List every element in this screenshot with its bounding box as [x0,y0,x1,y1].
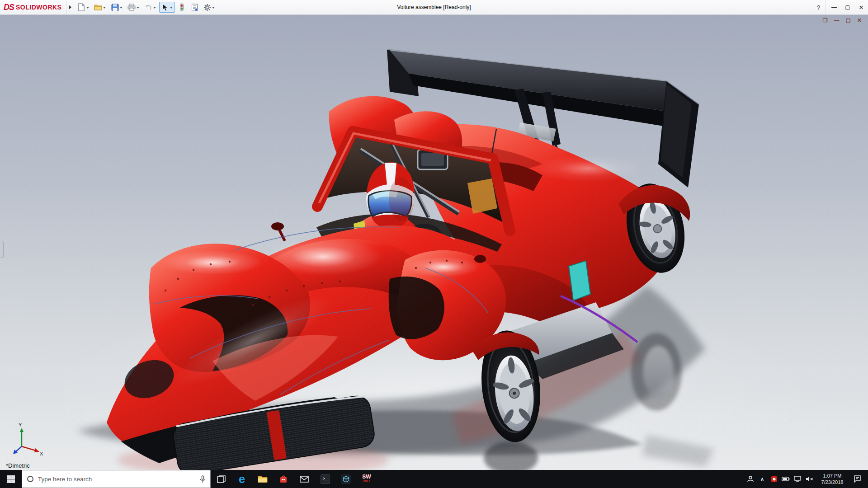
tray-overflow-button[interactable]: ∧ [756,470,768,488]
taskbar-apps: e >_ [211,470,377,488]
dropdown-arrow-icon [212,7,215,9]
command-prompt-icon: >_ [321,474,330,484]
task-view-button[interactable] [211,470,231,488]
viewport-canvas[interactable] [0,15,868,470]
print-icon [127,3,136,12]
maximize-button[interactable]: ▢ [841,0,854,14]
options-button[interactable] [201,2,217,13]
windows-taskbar: e >_ [0,470,868,488]
clock-date: 7/23/2018 [821,479,844,485]
open-button[interactable] [92,2,108,13]
save-floppy-icon [110,3,119,12]
print-button[interactable] [126,2,142,13]
rebuild-button[interactable] [176,2,188,13]
panel-collapse-tab[interactable] [0,241,4,258]
volume-button[interactable] [803,470,815,488]
clock-time: 1:07 PM [823,473,842,479]
window-controls: ? — ▢ ✕ [812,0,868,14]
system-tray: ∧ [745,470,868,488]
mail-button[interactable] [294,470,315,488]
battery-icon [782,477,790,481]
dropdown-arrow-icon [153,7,156,9]
screen: DS SOLIDWORKS [0,0,868,488]
3d-viewer-icon [341,474,351,484]
solidworks-tray-icon [771,476,778,483]
command-prompt-button[interactable]: >_ [315,470,335,488]
microphone-icon[interactable] [200,475,206,483]
document-window-controls: ❐ — ▢ ✕ [823,17,862,23]
action-center-button[interactable] [849,470,865,488]
select-arrow-icon [160,3,170,12]
window-title: Voiture assemblee [Read-only] [397,4,471,10]
dropdown-arrow-icon [137,7,139,9]
doc-minimize-icon[interactable]: — [834,17,840,23]
display-icon [794,476,801,482]
battery-button[interactable] [780,470,792,488]
right-mirror [474,255,486,263]
select-tool-button[interactable] [159,2,175,13]
undo-button[interactable] [142,2,158,13]
action-center-icon [854,475,861,483]
titlebar: DS SOLIDWORKS [0,0,868,15]
people-icon [747,475,754,483]
volume-muted-icon [806,476,813,482]
quick-toolbar [75,2,217,13]
people-button[interactable] [745,470,756,488]
options-gear-icon [203,3,212,12]
triad-x-label: X [40,451,43,456]
save-button[interactable] [109,2,125,13]
3d-viewer-button[interactable] [335,470,356,488]
dropdown-arrow-icon [86,7,89,9]
doc-restore-icon[interactable]: ❐ [823,17,828,23]
help-button[interactable]: ? [812,0,826,14]
doc-close-icon[interactable]: ✕ [857,17,862,23]
file-properties-button[interactable] [189,2,200,13]
triad-y-label: Y [19,422,22,427]
viewport-3d[interactable]: ❐ — ▢ ✕ Y X *Dimetric [0,15,868,470]
solidworks-tray-button[interactable] [768,470,780,488]
minimize-button[interactable]: — [827,0,841,14]
orientation-triad: Y X [8,422,46,460]
edge-icon: e [239,474,245,485]
file-explorer-button[interactable] [252,470,273,488]
file-explorer-icon [258,475,268,483]
chevron-up-icon: ∧ [760,476,764,482]
solidworks-logo: DS SOLIDWORKS [0,0,66,14]
doc-maximize-icon[interactable]: ▢ [846,17,851,23]
show-desktop-button[interactable] [865,470,868,488]
start-button[interactable] [0,470,22,488]
store-bag-icon [279,475,288,483]
solidworks-app-button[interactable]: SW 2017 [356,470,377,488]
left-mirror [271,222,284,230]
taskbar-search[interactable] [22,470,211,488]
store-button[interactable] [273,470,294,488]
file-properties-icon [190,3,199,12]
taskbar-clock[interactable]: 1:07 PM 7/23/2018 [815,470,849,488]
solidworks-wordmark: SOLIDWORKS [16,4,61,11]
open-folder-icon [94,3,103,12]
solidworks-app-icon: SW 2017 [362,474,371,483]
display-button[interactable] [792,470,803,488]
new-document-icon [77,3,86,12]
toolbar-expand-arrow-icon[interactable] [66,5,75,9]
new-document-button[interactable] [75,2,91,13]
view-orientation-label: *Dimetric [6,462,30,469]
search-input[interactable] [38,476,196,483]
cortana-icon [27,475,34,483]
edge-button[interactable]: e [231,470,252,488]
task-view-icon [217,475,226,483]
dropdown-arrow-icon [103,7,106,9]
ds-logo-icon: DS [4,3,14,12]
undo-icon [144,3,153,12]
dropdown-arrow-icon [170,7,173,9]
windows-logo-icon [7,475,15,483]
dropdown-arrow-icon [120,7,123,9]
mail-icon [300,476,309,483]
rebuild-stoplight-icon [177,3,186,12]
close-button[interactable]: ✕ [854,0,868,14]
